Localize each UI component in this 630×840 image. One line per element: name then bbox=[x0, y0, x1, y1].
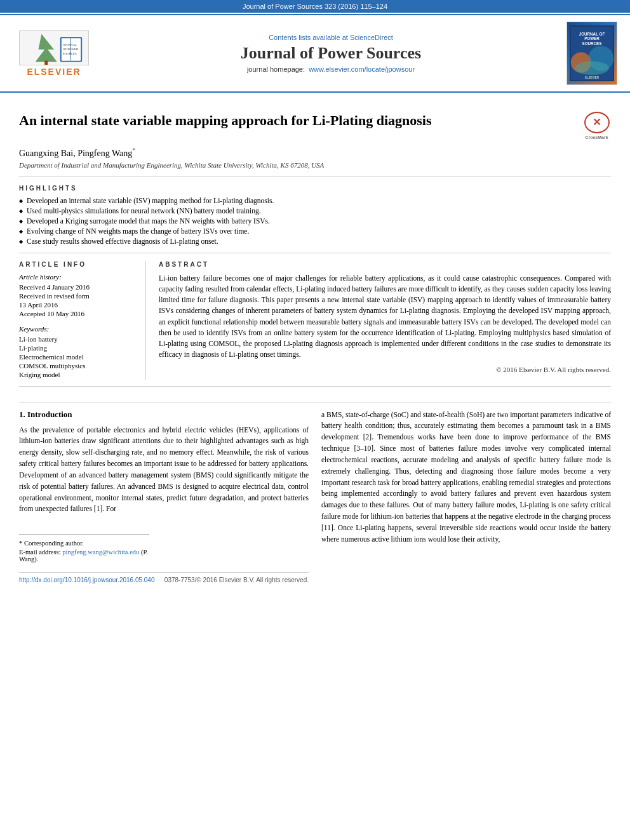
crossmark-label: CrossMark bbox=[585, 135, 608, 140]
footnote-corresponding: * Corresponding author. bbox=[19, 540, 149, 547]
introduction-heading: 1. Introduction bbox=[19, 410, 309, 420]
abstract-text: Li-ion battery failure becomes one of ma… bbox=[159, 273, 611, 361]
history-revised-date: 13 April 2016 bbox=[19, 301, 136, 309]
elsevier-brand-text: ELSEVIER bbox=[27, 67, 81, 77]
crossmark-icon: ✕ bbox=[584, 112, 610, 133]
highlights-section: HIGHLIGHTS Developed an internal state v… bbox=[19, 185, 611, 245]
journal-reference-text: Journal of Power Sources 323 (2016) 115–… bbox=[243, 3, 387, 10]
svg-text:JOURNAL: JOURNAL bbox=[63, 43, 77, 46]
svg-text:OF POWER: OF POWER bbox=[63, 47, 79, 50]
copyright-text: © 2016 Elsevier B.V. All rights reserved… bbox=[159, 366, 611, 373]
authors-line: Guangxing Bai, Pingfeng Wang* bbox=[19, 147, 611, 159]
highlight-item-2: Used multi-physics simulations for neura… bbox=[19, 207, 611, 215]
email-label: E-mail address: bbox=[19, 549, 61, 556]
abstract-label: ABSTRACT bbox=[159, 261, 611, 268]
history-label: Article history: bbox=[19, 273, 136, 281]
contents-text: Contents lists available at bbox=[269, 34, 348, 41]
highlight-item-5: Case study results showed effective diag… bbox=[19, 237, 611, 245]
doi-link[interactable]: http://dx.doi.org/10.1016/j.jpowsour.201… bbox=[19, 577, 155, 583]
divider-body bbox=[19, 386, 611, 387]
affiliation-text: Department of Industrial and Manufacturi… bbox=[19, 161, 611, 169]
history-accepted: Accepted 10 May 2016 bbox=[19, 310, 136, 317]
highlights-label: HIGHLIGHTS bbox=[19, 185, 611, 192]
homepage-url[interactable]: www.elsevier.com/locate/jpowsour bbox=[309, 65, 415, 73]
keywords-label: Keywords: bbox=[19, 325, 136, 333]
divider-article-info bbox=[19, 253, 611, 253]
elsevier-logo-image: JOURNAL OF POWER SOURCES bbox=[19, 30, 89, 65]
intro-left-text: As the prevalence of portable electronic… bbox=[19, 426, 309, 513]
introduction-heading-text: 1. Introduction bbox=[19, 410, 72, 419]
highlight-item-4: Evolving change of NN weights maps the c… bbox=[19, 227, 611, 235]
article-info-column: ARTICLE INFO Article history: Received 4… bbox=[19, 261, 146, 380]
sciencedirect-anchor[interactable]: ScienceDirect bbox=[350, 34, 393, 41]
footer-bar: http://dx.doi.org/10.1016/j.jpowsour.201… bbox=[19, 572, 309, 583]
journal-reference-bar: Journal of Power Sources 323 (2016) 115–… bbox=[0, 0, 630, 13]
svg-rect-2 bbox=[44, 60, 48, 65]
paper-title-row: An internal state variable mapping appro… bbox=[19, 112, 611, 140]
article-info-label: ARTICLE INFO bbox=[19, 261, 136, 268]
footnote-section: * Corresponding author. E-mail address: … bbox=[19, 534, 149, 563]
footnote-email: E-mail address: pingfeng.wang@wichita.ed… bbox=[19, 549, 149, 563]
issn-text: 0378-7753/© 2016 Elsevier B.V. All right… bbox=[164, 577, 309, 583]
highlight-item-1: Developed an internal state variable (IS… bbox=[19, 197, 611, 204]
authors-text: Guangxing Bai, Pingfeng Wang bbox=[19, 149, 132, 158]
introduction-body-right: a BMS, state-of-charge (SoC) and state-o… bbox=[321, 410, 611, 545]
body-column-left: 1. Introduction As the prevalence of por… bbox=[19, 410, 309, 584]
keywords-section: Keywords: Li-ion battery Li-plating Elec… bbox=[19, 325, 136, 378]
paper-title-text: An internal state variable mapping appro… bbox=[19, 112, 582, 130]
body-section: 1. Introduction As the prevalence of por… bbox=[19, 403, 611, 584]
abstract-body: Li-ion battery failure becomes one of ma… bbox=[159, 274, 611, 359]
svg-text:ELSEVIER: ELSEVIER bbox=[585, 76, 600, 79]
svg-point-16 bbox=[575, 62, 609, 76]
abstract-section: ABSTRACT Li-ion battery failure becomes … bbox=[159, 261, 611, 380]
homepage-info: journal homepage: www.elsevier.com/locat… bbox=[95, 65, 566, 73]
history-received-revised: Received in revised form bbox=[19, 292, 136, 300]
email-link[interactable]: pingfeng.wang@wichita.edu bbox=[62, 549, 139, 556]
corresponding-author-star: * bbox=[132, 147, 135, 154]
journal-header: JOURNAL OF POWER SOURCES ELSEVIER Conten… bbox=[0, 14, 630, 93]
svg-text:JOURNAL OF: JOURNAL OF bbox=[579, 32, 605, 36]
svg-text:SOURCES: SOURCES bbox=[582, 41, 602, 46]
crossmark-badge-container[interactable]: ✕ CrossMark bbox=[582, 112, 611, 140]
keyword-4: COMSOL multiphysics bbox=[19, 362, 136, 370]
keyword-5: Kriging model bbox=[19, 371, 136, 378]
journal-cover-thumbnail: JOURNAL OF POWER SOURCES ELSEVIER bbox=[566, 22, 617, 85]
journal-center-info: Contents lists available at ScienceDirec… bbox=[95, 34, 566, 73]
divider-highlights bbox=[19, 177, 611, 177]
keyword-3: Electrochemical model bbox=[19, 353, 136, 361]
history-received: Received 4 January 2016 bbox=[19, 283, 136, 291]
highlight-item-3: Developed a Kriging surrogate model that… bbox=[19, 217, 611, 225]
journal-title: Journal of Power Sources bbox=[95, 44, 566, 63]
two-column-section: ARTICLE INFO Article history: Received 4… bbox=[19, 261, 611, 380]
introduction-body-left: As the prevalence of portable electronic… bbox=[19, 425, 309, 516]
sciencedirect-link[interactable]: Contents lists available at ScienceDirec… bbox=[95, 34, 566, 41]
keyword-1: Li-ion battery bbox=[19, 335, 136, 343]
homepage-label: journal homepage: bbox=[247, 65, 305, 73]
elsevier-logo: JOURNAL OF POWER SOURCES ELSEVIER bbox=[13, 30, 95, 77]
svg-text:SOURCES: SOURCES bbox=[63, 51, 77, 55]
svg-text:POWER: POWER bbox=[584, 36, 600, 41]
main-content: An internal state variable mapping appro… bbox=[0, 93, 630, 596]
keyword-2: Li-plating bbox=[19, 344, 136, 352]
body-column-right: a BMS, state-of-charge (SoC) and state-o… bbox=[321, 410, 611, 584]
